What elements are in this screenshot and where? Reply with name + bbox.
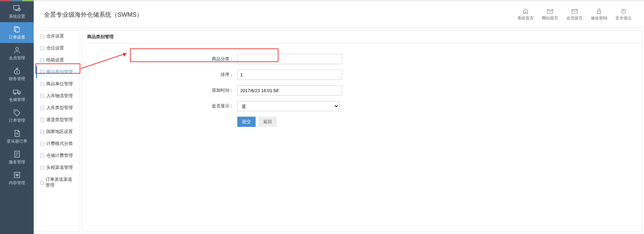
home-icon	[522, 8, 529, 14]
lock-icon	[596, 8, 602, 14]
subnav-product-category[interactable]: 商品类别管理	[36, 66, 80, 78]
svg-point-6	[16, 47, 18, 50]
svg-rect-8	[13, 90, 18, 93]
nav-finance-management[interactable]: ¥ 财务管理	[0, 64, 34, 85]
nav-content-management[interactable]: W 内容管理	[0, 168, 34, 189]
label-category: 商品分类：	[82, 56, 237, 62]
content-panel: 商品类别管理 商品分类： 排序：	[82, 30, 642, 232]
tool-home[interactable]: 系统首页	[515, 7, 536, 23]
nav-label: 订单管理	[1, 118, 32, 123]
svg-point-10	[18, 93, 20, 94]
subnav-country-region[interactable]: 国家地区设置	[36, 126, 80, 138]
subnav-label: 纸箱设置	[46, 57, 64, 63]
file-icon	[41, 142, 44, 146]
file-icon	[41, 94, 44, 98]
svg-rect-1	[15, 10, 17, 11]
subnav-first-mile-channel[interactable]: 头程渠道管理	[36, 162, 80, 174]
subnav-billing-mode[interactable]: 计费模式分类	[36, 138, 80, 150]
subnav-return-type[interactable]: 退货类型管理	[36, 114, 80, 126]
label-sort: 排序：	[82, 72, 237, 78]
subnav-label: 计费模式分类	[46, 141, 73, 147]
subnav-label: 国家地区设置	[46, 129, 73, 135]
tool-logout[interactable]: 安全退出	[613, 7, 634, 23]
nav-label: 亚马逊订单	[1, 138, 32, 144]
subnav-carton-settings[interactable]: 纸箱设置	[36, 54, 80, 66]
file-icon	[41, 82, 44, 86]
subnav-product-unit[interactable]: 商品单位管理	[36, 78, 80, 90]
nav-warehouse-management[interactable]: 仓储管理	[0, 85, 34, 105]
nav-label: 内容管理	[1, 180, 32, 186]
app-title: 全景专业级海外仓储系统（SWMS）	[44, 11, 143, 19]
moneybag-icon: ¥	[13, 67, 21, 75]
tool-label: 修改密码	[591, 16, 607, 20]
users-icon	[13, 46, 21, 54]
subnav-warehouse-settings[interactable]: 仓库设置	[36, 30, 80, 42]
submit-button[interactable]: 提交	[237, 117, 256, 127]
svg-text:W: W	[15, 173, 19, 177]
subnav: 仓库设置 仓位设置 纸箱设置 商品类别管理 商品单位管理	[36, 30, 80, 232]
back-button[interactable]: 返回	[258, 117, 277, 127]
tool-member-message[interactable]: 会员留言	[564, 7, 585, 23]
svg-point-3	[18, 9, 19, 10]
subnav-label: 入库类型管理	[46, 105, 73, 111]
file-icon	[41, 34, 44, 39]
file-icon	[41, 180, 44, 185]
tag-icon	[13, 109, 21, 116]
subnav-inbound-logistics[interactable]: 入库物流管理	[36, 90, 80, 102]
header: 全景专业级海外仓储系统（SWMS） 系统首页 网站留言 会员留言 修改密码	[34, 1, 644, 28]
svg-rect-5	[16, 28, 19, 32]
subnav-bin-settings[interactable]: 仓位设置	[36, 42, 80, 54]
nav-label: 财务管理	[1, 76, 32, 82]
subnav-delivery-channel[interactable]: 订单派送渠道管理	[36, 174, 80, 191]
nav-label: 会员管理	[1, 55, 32, 61]
file-icon	[41, 106, 44, 110]
svg-rect-22	[597, 11, 601, 14]
file-icon	[41, 118, 44, 122]
tool-site-message[interactable]: 网站留言	[540, 7, 560, 23]
file-icon	[41, 58, 44, 62]
select-show[interactable]: 是	[237, 101, 339, 111]
nav-order-management[interactable]: 订单管理	[0, 105, 34, 126]
nav-amazon-orders[interactable]: 亚马逊订单	[0, 126, 34, 147]
input-addtime[interactable]	[237, 85, 342, 96]
copy-icon	[13, 26, 21, 33]
tool-label: 网站留言	[542, 16, 558, 20]
mail-icon	[571, 8, 578, 14]
nav-system-settings[interactable]: 系统设置	[0, 1, 34, 22]
input-sort[interactable]	[237, 70, 342, 80]
document-icon	[13, 130, 21, 137]
subnav-label: 仓库设置	[46, 33, 64, 39]
file-icon	[41, 130, 44, 134]
subnav-inbound-type[interactable]: 入库类型管理	[36, 102, 80, 114]
truck-icon	[13, 88, 21, 96]
subnav-storage-billing[interactable]: 仓储计费管理	[36, 150, 80, 162]
nav-label: 仓储管理	[1, 97, 32, 103]
word-icon: W	[13, 171, 21, 179]
nav-order-settings[interactable]: 订单设置	[0, 22, 34, 43]
nav-label: 订单设置	[1, 34, 32, 40]
nav-service-management[interactable]: 服务管理	[0, 147, 34, 168]
tool-label: 会员留言	[566, 16, 583, 20]
left-nav: 系统设置 订单设置 会员管理 ¥ 财务管理 仓储管理 订单管理 亚马逊订单 服务	[0, 1, 34, 234]
nav-label: 服务管理	[1, 159, 32, 165]
mail-icon	[547, 8, 553, 14]
tool-label: 安全退出	[615, 16, 632, 20]
content-title: 商品类别管理	[82, 30, 642, 44]
subnav-label: 退货类型管理	[46, 117, 73, 123]
label-show: 是否显示：	[82, 103, 237, 109]
power-icon	[620, 8, 627, 14]
subnav-label: 仓位设置	[46, 45, 64, 51]
subnav-label: 入库物流管理	[46, 93, 73, 99]
tool-change-password[interactable]: 修改密码	[589, 7, 609, 23]
input-category[interactable]	[237, 54, 342, 64]
monitor-gear-icon	[13, 5, 21, 12]
file-icon	[41, 153, 44, 158]
nav-label: 系统设置	[1, 14, 32, 19]
tool-label: 系统首页	[517, 16, 534, 20]
file-icon	[41, 165, 44, 170]
nav-member-management[interactable]: 会员管理	[0, 43, 34, 64]
svg-point-9	[14, 93, 16, 94]
file-icon	[41, 70, 44, 74]
subnav-label: 仓储计费管理	[46, 153, 73, 159]
file-icon	[41, 46, 44, 50]
